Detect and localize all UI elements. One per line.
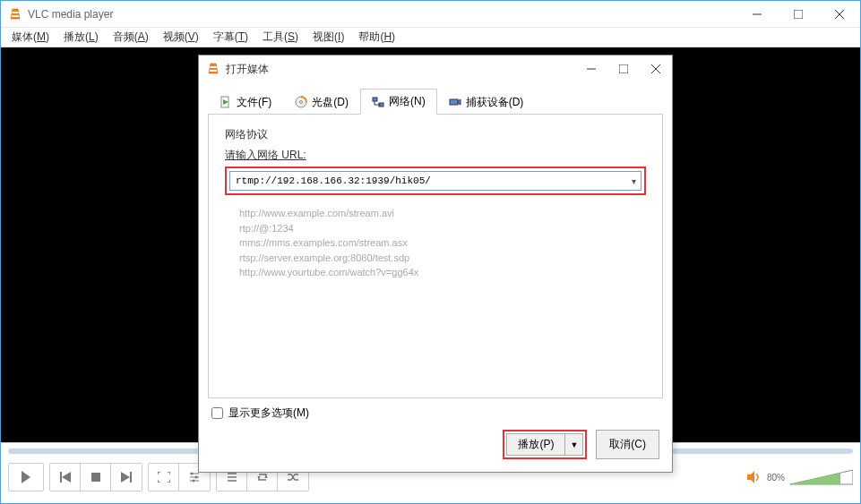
network-icon	[372, 96, 384, 108]
menu-item-h[interactable]: 帮助(H)	[351, 28, 402, 47]
dialog-close-button[interactable]	[640, 57, 672, 81]
main-window-title: VLC media player	[28, 8, 736, 21]
menu-item-s[interactable]: 工具(S)	[255, 28, 306, 47]
svg-point-17	[195, 476, 198, 479]
dialog-play-dropdown[interactable]: ▼	[564, 433, 583, 456]
svg-rect-2	[12, 15, 19, 17]
svg-marker-23	[257, 476, 261, 478]
svg-rect-10	[91, 473, 100, 482]
svg-rect-38	[373, 98, 377, 101]
menu-item-m[interactable]: 媒体(M)	[4, 28, 56, 47]
menu-item-a[interactable]: 音频(A)	[106, 28, 156, 47]
svg-point-18	[193, 480, 195, 483]
svg-rect-1	[13, 12, 19, 13]
volume-icon[interactable]	[747, 471, 762, 483]
play-button[interactable]	[8, 463, 44, 491]
svg-rect-8	[60, 472, 62, 483]
url-examples: http://www.example.com/stream.avirtp://@…	[225, 206, 646, 385]
dialog-maximize-button[interactable]	[607, 57, 640, 81]
volume-slider[interactable]	[790, 468, 853, 486]
example-line: rtsp://server.example.org:8080/test.sdp	[239, 251, 646, 266]
close-button[interactable]	[819, 1, 860, 28]
svg-marker-27	[209, 64, 218, 73]
dialog-tabs: 文件(F) 光盘(D) 网络(N) 捕获设备(D)	[208, 88, 663, 115]
svg-rect-31	[619, 64, 628, 73]
svg-rect-4	[794, 10, 803, 19]
disc-icon	[295, 96, 307, 108]
menu-bar: 媒体(M)播放(L)音频(A)视频(V)字幕(T)工具(S)视图(I)帮助(H)	[1, 28, 860, 47]
more-options-label: 显示更多选项(M)	[228, 406, 309, 421]
stop-button[interactable]	[81, 464, 111, 491]
menu-item-t[interactable]: 字幕(T)	[206, 28, 255, 47]
menu-item-v[interactable]: 视频(V)	[156, 28, 206, 47]
example-line: mms://mms.examples.com/stream.asx	[239, 235, 646, 251]
tab-network[interactable]: 网络(N)	[360, 89, 437, 115]
dialog-cancel-button[interactable]: 取消(C)	[596, 430, 659, 459]
example-line: http://www.yourtube.com/watch?v=gg64x	[239, 265, 646, 280]
maximize-button[interactable]	[778, 1, 819, 28]
network-section-label: 网络协议	[225, 127, 646, 142]
tab-file[interactable]: 文件(F)	[208, 89, 283, 115]
dialog-play-button[interactable]: 播放(P)	[506, 433, 564, 456]
menu-item-l[interactable]: 播放(L)	[56, 28, 106, 47]
open-media-dialog: 打开媒体 文件(F) 光盘(D) 网络(N)	[198, 55, 673, 473]
file-icon	[220, 96, 232, 108]
example-line: http://www.example.com/stream.avi	[239, 206, 646, 221]
example-line: rtp://@:1234	[239, 221, 646, 236]
svg-rect-29	[210, 70, 217, 72]
url-label: 请输入网络 URL:	[225, 148, 646, 163]
minimize-button[interactable]	[736, 1, 778, 28]
dialog-title-bar: 打开媒体	[199, 56, 672, 82]
svg-point-37	[300, 101, 303, 104]
dialog-title: 打开媒体	[226, 62, 575, 77]
svg-rect-42	[450, 99, 458, 105]
tab-content-network: 网络协议 请输入网络 URL: ▾ http://www.example.com…	[208, 115, 663, 398]
play-button-highlight: 播放(P) ▼	[503, 430, 587, 459]
main-title-bar: VLC media player	[1, 1, 860, 28]
svg-marker-11	[121, 472, 130, 483]
tab-disc[interactable]: 光盘(D)	[283, 89, 360, 115]
more-options-checkbox[interactable]	[211, 407, 223, 419]
volume-label: 80%	[767, 473, 785, 483]
menu-item-i[interactable]: 视图(I)	[306, 28, 351, 47]
fullscreen-button[interactable]	[149, 464, 179, 491]
prev-button[interactable]	[50, 464, 81, 491]
capture-icon	[449, 96, 461, 108]
svg-marker-9	[62, 472, 71, 483]
url-input[interactable]	[229, 171, 641, 191]
svg-point-16	[191, 473, 194, 475]
next-button[interactable]	[111, 464, 142, 491]
dialog-minimize-button[interactable]	[575, 57, 607, 81]
tab-capture[interactable]: 捕获设备(D)	[437, 89, 536, 115]
url-input-highlight: ▾	[225, 167, 646, 195]
svg-marker-0	[11, 9, 20, 19]
vlc-icon	[8, 7, 22, 21]
vlc-icon	[206, 62, 220, 76]
svg-marker-7	[22, 471, 30, 483]
svg-marker-22	[264, 476, 268, 478]
svg-marker-24	[747, 471, 754, 483]
svg-rect-28	[211, 66, 217, 68]
svg-rect-12	[130, 472, 132, 483]
